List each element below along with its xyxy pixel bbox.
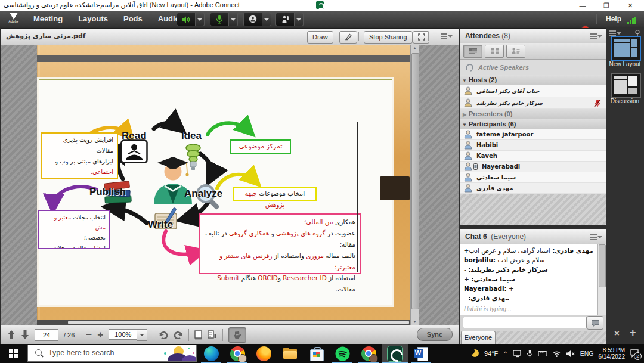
maximize-button[interactable]: ❐ bbox=[598, 1, 615, 10]
participant-row[interactable]: Kaveh bbox=[460, 151, 606, 162]
help-menu[interactable]: Help bbox=[606, 15, 621, 23]
microphone-options-caret[interactable] bbox=[229, 13, 238, 26]
document-vertical-scrollbar[interactable]: ▲ ▼ bbox=[410, 45, 419, 325]
chat-scrollbar[interactable] bbox=[597, 244, 606, 315]
remove-pod-icon[interactable]: × bbox=[614, 328, 620, 338]
zoom-out-button[interactable]: − bbox=[86, 329, 92, 341]
taskbar-app-store[interactable] bbox=[303, 344, 329, 363]
taskbar-app-folder[interactable] bbox=[277, 344, 303, 363]
attendee-avatar-icon bbox=[464, 173, 472, 182]
status-options-caret[interactable] bbox=[295, 13, 304, 26]
language-indicator[interactable]: ENG bbox=[580, 350, 594, 357]
search-decoration-image bbox=[157, 345, 196, 361]
raise-hand-button[interactable] bbox=[275, 13, 295, 26]
menu-pods[interactable]: Pods bbox=[123, 14, 143, 23]
tray-microphone-icon[interactable] bbox=[527, 349, 533, 358]
participant-row[interactable]: fateme jafarpoor bbox=[460, 129, 606, 140]
start-button[interactable] bbox=[0, 344, 27, 363]
chat-pod-menu-button[interactable] bbox=[590, 234, 602, 241]
pan-tool-button[interactable] bbox=[228, 327, 246, 343]
zoom-in-button[interactable]: + bbox=[97, 329, 103, 341]
menu-layouts[interactable]: Layouts bbox=[78, 14, 108, 23]
display-icon[interactable] bbox=[513, 349, 522, 358]
document-horizontal-scrollbar[interactable] bbox=[37, 320, 410, 325]
chat-message: مهدی قادری: استاد گرامی سلام و عرض ادب+ bbox=[464, 246, 593, 255]
weather-temperature[interactable]: 94°F bbox=[484, 350, 498, 357]
spotify-icon bbox=[335, 346, 350, 361]
speaker-icon bbox=[181, 15, 191, 24]
participants-section-header[interactable]: ▼Participants (6) bbox=[460, 119, 606, 130]
read-icon bbox=[120, 139, 148, 163]
tray-overflow-chevron-icon[interactable]: ⌃ bbox=[503, 350, 507, 357]
next-page-button[interactable] bbox=[21, 330, 29, 339]
taskbar-app-connect[interactable] bbox=[382, 344, 408, 363]
title-bar: اتاق آنلاین مراسم-دانشکده علوم تربیتی و … bbox=[0, 0, 644, 11]
stage-label-analyze: Analyze bbox=[184, 188, 222, 200]
presenters-section-header[interactable]: ▶Presenters (0) bbox=[460, 109, 606, 120]
undo-button[interactable] bbox=[159, 331, 168, 339]
microphone-button[interactable] bbox=[210, 13, 229, 26]
chat-send-button[interactable] bbox=[587, 316, 603, 330]
fullscreen-button[interactable] bbox=[413, 31, 429, 44]
taskbar-app-chrome[interactable] bbox=[355, 344, 382, 363]
layout-label-discussion[interactable]: Discussion bbox=[606, 98, 644, 104]
chat-tab-everyone[interactable]: Everyone bbox=[461, 331, 496, 344]
participant-row[interactable]: Habibi bbox=[460, 140, 606, 151]
zoom-level-dropdown[interactable] bbox=[137, 329, 147, 341]
stop-sharing-button[interactable]: Stop Sharing bbox=[364, 31, 413, 44]
volume-muted-icon[interactable] bbox=[566, 350, 575, 358]
collapse-arrow-icon: ▼ bbox=[460, 120, 469, 130]
taskbar-search[interactable]: Type here to search bbox=[27, 345, 197, 362]
callout-topic-focus: تمرکز موضوعی bbox=[230, 139, 291, 154]
speaker-options-caret[interactable] bbox=[196, 13, 205, 26]
fit-width-button[interactable] bbox=[208, 330, 217, 340]
attendee-status-view-button[interactable] bbox=[506, 45, 525, 58]
attendees-pod-menu-button[interactable] bbox=[590, 33, 602, 40]
chat-input[interactable] bbox=[463, 317, 587, 328]
chat-message: borjalilu: سلام و عرض ادب bbox=[464, 255, 593, 265]
edge-icon bbox=[204, 346, 219, 361]
layout-thumbnail-new-layout[interactable] bbox=[611, 36, 641, 61]
wifi-icon[interactable] bbox=[552, 350, 561, 358]
weather-moon-icon[interactable] bbox=[471, 349, 479, 358]
taskbar-app-word[interactable]: W bbox=[408, 344, 434, 363]
taskbar-app-edge[interactable] bbox=[198, 344, 224, 363]
action-center-icon[interactable]: 2 bbox=[630, 349, 639, 358]
host-row[interactable]: جناب آقای دکتر اصنافی bbox=[460, 85, 606, 97]
taskbar-app-firefox[interactable] bbox=[250, 344, 277, 363]
hosts-section-header[interactable]: ▼Hosts (2) bbox=[460, 75, 606, 86]
previous-page-button[interactable] bbox=[7, 330, 16, 339]
shared-document-title: مرئی سازی پژوهش.pdf bbox=[6, 32, 86, 40]
pointer-tool-button[interactable] bbox=[339, 31, 357, 44]
page-number-input[interactable] bbox=[35, 329, 58, 341]
taskbar-app-spotify[interactable] bbox=[329, 344, 355, 363]
taskbar-apps: W bbox=[198, 344, 434, 363]
minimize-button[interactable]: — bbox=[574, 1, 591, 10]
host-row[interactable]: سرکار خانم دکتر نظربلند bbox=[460, 97, 606, 109]
webcam-button[interactable] bbox=[243, 13, 262, 26]
participant-row[interactable]: مهدی قادری bbox=[460, 183, 606, 194]
breakout-view-button[interactable] bbox=[485, 45, 504, 58]
webcam-options-caret[interactable] bbox=[262, 13, 271, 26]
attendee-list-view-button[interactable] bbox=[463, 45, 482, 58]
redo-button[interactable] bbox=[174, 331, 183, 339]
speaker-button[interactable] bbox=[177, 13, 196, 26]
sync-button[interactable]: Sync bbox=[417, 328, 453, 341]
layout-thumbnail-discussion[interactable] bbox=[611, 73, 641, 98]
draw-button[interactable]: Draw bbox=[307, 31, 333, 44]
participant-row[interactable]: سیما سعادتی bbox=[460, 172, 606, 183]
windows-taskbar: Type here to search W 94°F ⌃ ENG 8:59 PM… bbox=[0, 344, 644, 363]
callout-research-front: انتخاب موضوعات جبهه پژوهش bbox=[233, 187, 317, 201]
participant-row[interactable]: Nayerabadi bbox=[460, 162, 606, 172]
menu-meeting[interactable]: Meeting bbox=[33, 14, 63, 23]
taskbar-clock[interactable]: 8:59 PM 6/14/2022 bbox=[599, 347, 626, 360]
close-button[interactable]: ✕ bbox=[622, 1, 639, 10]
attendees-pod: Attendees (8) Active Speakers ▼Hosts (2)… bbox=[460, 29, 606, 225]
taskbar-app-chrome[interactable] bbox=[224, 344, 250, 363]
fit-page-button[interactable] bbox=[194, 330, 202, 340]
share-pod-menu-button[interactable] bbox=[441, 33, 453, 40]
layout-label-new-layout[interactable]: New Layout bbox=[606, 61, 644, 67]
expand-arrow-icon: ▶ bbox=[460, 110, 469, 120]
add-pod-icon[interactable]: + bbox=[630, 327, 636, 339]
touch-keyboard-icon[interactable] bbox=[538, 350, 547, 358]
